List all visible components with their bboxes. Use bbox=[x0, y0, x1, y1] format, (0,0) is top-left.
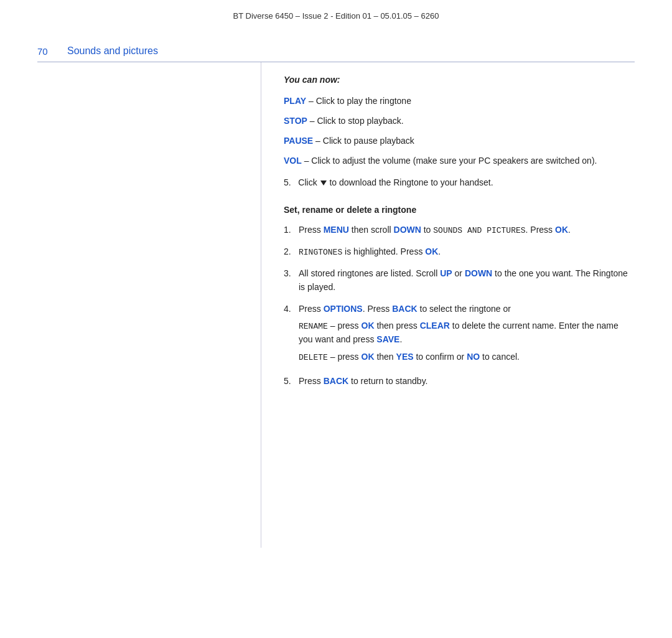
action-vol-desc: – Click to adjust the volume (make sure … bbox=[304, 156, 597, 166]
action-pause-desc: – Click to pause playback bbox=[315, 136, 414, 146]
step-4-sub-rename: RENAME – press OK then press CLEAR to de… bbox=[299, 319, 635, 347]
page-number: 70 bbox=[37, 46, 56, 57]
step-3-num: 3. bbox=[284, 267, 299, 281]
keyword-no: NO bbox=[467, 352, 480, 362]
step-5-content: Press BACK to return to standby. bbox=[299, 375, 635, 388]
step-2: 2. RINGTONES is highlighted. Press OK. bbox=[284, 245, 635, 259]
step5-num: 5. bbox=[284, 177, 296, 187]
keyword-down-3: DOWN bbox=[465, 268, 492, 278]
step-4: 4. Press OPTIONS. Press BACK to select t… bbox=[284, 303, 635, 367]
step-1-num: 1. bbox=[284, 223, 299, 237]
step5-text: Click bbox=[298, 177, 319, 187]
keyword-clear: CLEAR bbox=[420, 321, 450, 331]
step-3: 3. All stored ringtones are listed. Scro… bbox=[284, 267, 635, 294]
keyword-back-4: BACK bbox=[392, 304, 417, 314]
keyword-back-5: BACK bbox=[324, 376, 348, 386]
keyword-ok-delete: OK bbox=[362, 352, 375, 362]
mono-delete: DELETE bbox=[299, 353, 328, 362]
step-1-content: Press MENU then scroll DOWN to SOUNDS AN… bbox=[299, 223, 635, 237]
keyword-yes: YES bbox=[396, 352, 414, 362]
step-5-num: 5. bbox=[284, 375, 299, 388]
right-column: You can now: PLAY – Click to play the ri… bbox=[261, 62, 635, 548]
keyword-down-1: DOWN bbox=[394, 225, 421, 235]
mono-sounds-pictures: SOUNDS AND PICTURES bbox=[433, 226, 525, 235]
step5-download: 5. Click to download the Ringtone to you… bbox=[284, 177, 635, 187]
step-2-content: RINGTONES is highlighted. Press OK. bbox=[299, 245, 635, 259]
step5-rest: to download the Ringtone to your handset… bbox=[329, 177, 493, 187]
keyword-save: SAVE bbox=[376, 334, 399, 344]
step-2-num: 2. bbox=[284, 245, 299, 259]
header-text: BT Diverse 6450 – Issue 2 - Edition 01 –… bbox=[233, 11, 439, 21]
keyword-pause: PAUSE bbox=[284, 136, 313, 146]
action-pause: PAUSE – Click to pause playback bbox=[284, 134, 635, 148]
keyword-stop: STOP bbox=[284, 116, 307, 126]
step-3-content: All stored ringtones are listed. Scroll … bbox=[299, 267, 635, 294]
action-vol: VOL – Click to adjust the volume (make s… bbox=[284, 154, 635, 167]
keyword-ok-2: OK bbox=[425, 246, 438, 256]
mono-rename: RENAME bbox=[299, 322, 328, 331]
step-1: 1. Press MENU then scroll DOWN to SOUNDS… bbox=[284, 223, 635, 237]
page-header: BT Diverse 6450 – Issue 2 - Edition 01 –… bbox=[0, 0, 672, 27]
step-4-num: 4. bbox=[284, 303, 299, 316]
action-play: PLAY – Click to play the ringtone bbox=[284, 95, 635, 108]
keyword-ok-1: OK bbox=[555, 225, 568, 235]
step-4-sub-delete: DELETE – press OK then YES to confirm or… bbox=[299, 350, 635, 364]
page-title-row: 70 Sounds and pictures bbox=[0, 27, 672, 57]
page-container: BT Diverse 6450 – Issue 2 - Edition 01 –… bbox=[0, 0, 672, 638]
action-play-desc: – Click to play the ringtone bbox=[309, 96, 411, 106]
step-4-content: Press OPTIONS. Press BACK to select the … bbox=[299, 303, 635, 367]
content-area: You can now: PLAY – Click to play the ri… bbox=[0, 62, 672, 548]
you-can-now-label: You can now: bbox=[284, 75, 635, 85]
keyword-play: PLAY bbox=[284, 96, 306, 106]
keyword-up: UP bbox=[440, 268, 452, 278]
keyword-ok-rename: OK bbox=[362, 321, 375, 331]
steps-list: 1. Press MENU then scroll DOWN to SOUNDS… bbox=[284, 223, 635, 388]
action-stop-desc: – Click to stop playback. bbox=[310, 116, 404, 126]
action-stop: STOP – Click to stop playback. bbox=[284, 115, 635, 128]
mono-ringtones: RINGTONES bbox=[299, 248, 342, 257]
left-column bbox=[37, 62, 261, 548]
step-5: 5. Press BACK to return to standby. bbox=[284, 375, 635, 388]
keyword-vol: VOL bbox=[284, 156, 302, 166]
triangle-down-icon bbox=[320, 181, 327, 185]
keyword-options: OPTIONS bbox=[324, 304, 363, 314]
section-title: Set, rename or delete a ringtone bbox=[284, 205, 635, 215]
keyword-menu: MENU bbox=[324, 225, 349, 235]
you-can-now-text: You can now: bbox=[284, 75, 340, 85]
page-title: Sounds and pictures bbox=[67, 45, 158, 57]
